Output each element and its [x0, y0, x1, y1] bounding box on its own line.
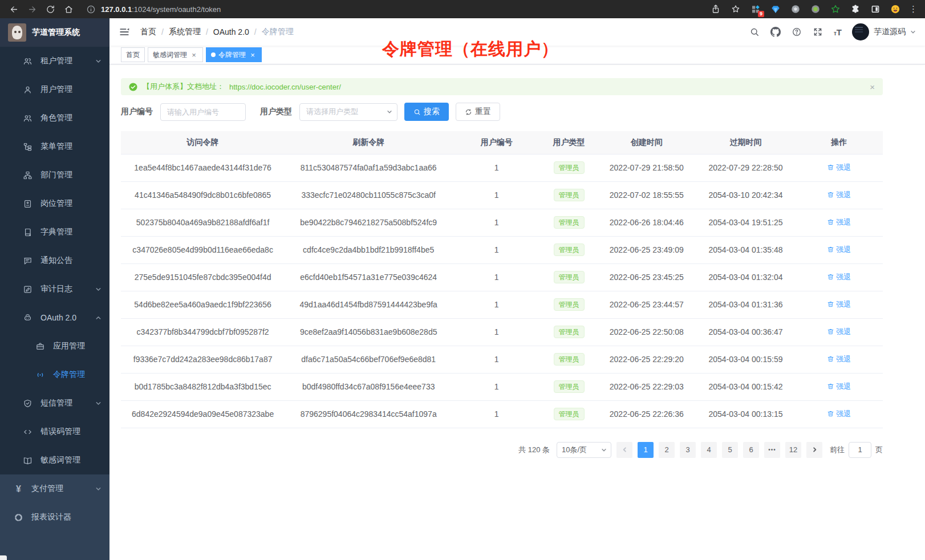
page-button-5[interactable]: 5: [722, 442, 738, 458]
breadcrumb-home[interactable]: 首页: [140, 27, 156, 37]
id-badge-icon: [23, 199, 33, 209]
sidebar-item-role[interactable]: 角色管理: [0, 104, 109, 132]
gem-extension-icon[interactable]: [769, 3, 782, 15]
user-name: 芋道源码: [874, 27, 906, 37]
tag-home[interactable]: 首页: [121, 47, 145, 62]
sidebar-item-oauth-token[interactable]: 令牌管理: [0, 360, 109, 389]
caret-down-icon: [387, 109, 392, 115]
browser-refresh-icon[interactable]: [42, 2, 58, 17]
force-logout-button[interactable]: 强退: [827, 409, 851, 419]
user-menu[interactable]: 芋道源码: [852, 23, 916, 40]
col-user-type: 用户类型: [541, 131, 597, 154]
close-icon[interactable]: ×: [190, 51, 198, 59]
close-icon[interactable]: ×: [249, 51, 257, 59]
browser-forward-icon[interactable]: [24, 2, 40, 17]
gray-green-dot-extension-icon[interactable]: [809, 3, 822, 15]
force-logout-button[interactable]: 强退: [827, 354, 851, 364]
sidebar-item-menu[interactable]: 菜单管理: [0, 132, 109, 161]
browser-home-icon[interactable]: [60, 2, 76, 17]
sidebar-item-tenant[interactable]: 租户管理: [0, 47, 109, 75]
page-button-1[interactable]: 1: [638, 442, 654, 458]
force-logout-button[interactable]: 强退: [827, 299, 851, 310]
profile-emoji-avatar[interactable]: [889, 3, 902, 15]
open-book-icon: [23, 456, 33, 465]
table-row: c347026e805e4d99b0d116eae66eda8ccdfc4ce9…: [121, 236, 883, 263]
prev-page-button[interactable]: [616, 442, 632, 458]
app-logo[interactable]: 芋道管理系统: [0, 18, 109, 47]
page-button-2[interactable]: 2: [659, 442, 675, 458]
force-logout-button[interactable]: 强退: [827, 272, 851, 282]
breadcrumb-system[interactable]: 系统管理: [169, 27, 201, 37]
user-type-label: 用户类型: [260, 107, 292, 117]
sidebar-item-sms[interactable]: 短信管理: [0, 389, 109, 417]
next-page-button[interactable]: [806, 442, 822, 458]
user-id-input[interactable]: [160, 103, 246, 121]
share-icon[interactable]: [709, 3, 722, 15]
doc-link[interactable]: https://doc.iocoder.cn/user-center/: [229, 83, 341, 91]
user-type-badge: 管理员: [554, 380, 585, 393]
browser-back-icon[interactable]: [6, 2, 22, 17]
user-type-badge: 管理员: [554, 408, 585, 420]
goto-page-input[interactable]: [849, 442, 871, 458]
force-logout-button[interactable]: 强退: [827, 163, 851, 173]
page-button-12[interactable]: 12: [785, 442, 801, 458]
browser-menu-icon[interactable]: ⋮: [909, 4, 917, 14]
sidebar-item-notice[interactable]: 通知公告: [0, 246, 109, 275]
tag-sensitive[interactable]: 敏感词管理×: [148, 47, 203, 62]
help-icon[interactable]: [792, 27, 802, 38]
caret-down-icon: [910, 29, 916, 35]
table-row: c342377bf8b344799dcbf7bf095287f29ce8ef2a…: [121, 318, 883, 346]
site-info-icon[interactable]: [86, 2, 96, 17]
sidebar-item-dept[interactable]: 部门管理: [0, 161, 109, 189]
user-icon: [23, 85, 33, 95]
github-icon[interactable]: [770, 27, 781, 38]
sidebar-item-oauth-apps[interactable]: 应用管理: [0, 332, 109, 360]
puzzle-extensions-icon[interactable]: [849, 3, 862, 15]
chevron-down-icon: [95, 286, 102, 293]
sidebar-item-oauth[interactable]: OAuth 2.0: [0, 303, 109, 332]
tag-token[interactable]: 令牌管理×: [206, 47, 262, 62]
breadcrumb-oauth[interactable]: OAuth 2.0: [213, 27, 249, 36]
reset-button[interactable]: 重置: [456, 103, 500, 121]
sidebar-item-report-designer[interactable]: 报表设计器: [0, 503, 109, 531]
table-row: 54d6be82ee5a460a9aedc1f9bf22365649d1aa46…: [121, 291, 883, 318]
search-icon[interactable]: [749, 27, 760, 38]
yen-icon: ¥: [14, 484, 23, 494]
pagination: 共 120 条 10条/页 1 2 3 4 5 6 ••• 12 前往 页: [121, 442, 883, 458]
sidebar-item-errcode[interactable]: 错误码管理: [0, 417, 109, 446]
force-logout-button[interactable]: 强退: [827, 190, 851, 200]
table-row: f9336e7c7dd242a283ee98dc86b17a87dfa6c71a…: [121, 346, 883, 373]
force-logout-button[interactable]: 强退: [827, 217, 851, 228]
sidebar-item-audit-log[interactable]: 审计日志: [0, 275, 109, 303]
extension-grid-icon[interactable]: 9: [749, 3, 762, 15]
url-text[interactable]: 127.0.0.1:1024/system/oauth2/token: [101, 5, 221, 14]
fullscreen-icon[interactable]: [813, 27, 823, 38]
search-button[interactable]: 搜索: [404, 103, 449, 121]
force-logout-button[interactable]: 强退: [827, 382, 851, 392]
force-logout-button[interactable]: 强退: [827, 327, 851, 337]
bookmark-star-icon[interactable]: [729, 3, 742, 15]
round-gray-extension-icon[interactable]: [789, 3, 802, 15]
page-button-4[interactable]: 4: [701, 442, 717, 458]
address-bar[interactable]: 127.0.0.1:1024/system/oauth2/token: [79, 2, 707, 17]
sidebar-item-dict[interactable]: 字典管理: [0, 218, 109, 246]
sidebar-menu: 租户管理 用户管理 角色管理 菜单管理 部门管理 岗位管理: [0, 47, 109, 474]
more-pages-icon[interactable]: •••: [764, 442, 780, 458]
sidebar-item-post[interactable]: 岗位管理: [0, 189, 109, 218]
alert-close-icon[interactable]: ×: [870, 83, 875, 91]
page-button-6[interactable]: 6: [743, 442, 759, 458]
user-type-select[interactable]: 请选择用户类型: [299, 103, 397, 121]
green-star-extension-icon[interactable]: [829, 3, 842, 15]
sidebar-item-sensitive[interactable]: 敏感词管理: [0, 446, 109, 474]
sidebar-item-user[interactable]: 用户管理: [0, 75, 109, 104]
filter-bar: 用户编号 用户类型 请选择用户类型 搜索 重置: [121, 103, 883, 121]
force-logout-button[interactable]: 强退: [827, 245, 851, 255]
font-size-icon[interactable]: тT: [834, 28, 842, 36]
page-size-select[interactable]: 10条/页: [557, 442, 611, 458]
sidebar-collapse-icon[interactable]: [119, 26, 130, 38]
audit-log-icon: [23, 285, 33, 294]
sidebar-item-pay[interactable]: ¥ 支付管理: [0, 474, 109, 503]
logo-image: [8, 23, 26, 42]
page-button-3[interactable]: 3: [680, 442, 696, 458]
sidepanel-icon[interactable]: [869, 3, 882, 15]
